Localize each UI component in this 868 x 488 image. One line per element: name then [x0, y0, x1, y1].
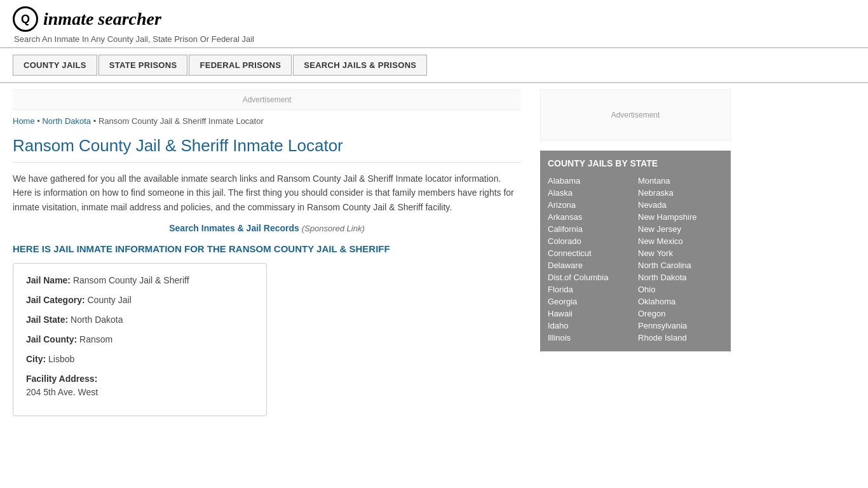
state-link-georgia[interactable]: Georgia — [548, 295, 633, 308]
state-link-rhode-island[interactable]: Rhode Island — [638, 332, 723, 344]
jail-state-value-text: North Dakota — [71, 315, 123, 325]
state-link-arkansas[interactable]: Arkansas — [548, 211, 633, 223]
jail-county-value-text: Ransom — [79, 334, 112, 344]
main-layout: Advertisement Home • North Dakota • Rans… — [0, 83, 868, 429]
search-link-container: Search Inmates & Jail Records (Sponsored… — [13, 223, 521, 233]
breadcrumb-sep2: • — [93, 116, 98, 126]
jail-state-row: Jail State: North Dakota — [26, 313, 254, 327]
jail-category-label: Jail Category: — [26, 295, 85, 305]
jail-state-label: Jail State: — [26, 315, 68, 325]
jail-address-label: Facility Address: — [26, 374, 97, 384]
jail-name-label: Jail Name: — [26, 275, 71, 285]
breadcrumb-state[interactable]: North Dakota — [42, 116, 91, 126]
state-link-new-jersey[interactable]: New Jersey — [638, 223, 723, 235]
state-link-california[interactable]: California — [548, 223, 633, 235]
logo-area: Q inmate searcher — [13, 6, 855, 32]
state-link-oregon[interactable]: Oregon — [638, 308, 723, 320]
page-description: We have gathered for you all the availab… — [13, 172, 521, 214]
tagline: Search An Inmate In Any County Jail, Sta… — [14, 34, 855, 44]
state-link-north-carolina[interactable]: North Carolina — [638, 259, 723, 271]
jail-address-value: 204 5th Ave. West — [26, 386, 254, 399]
county-jails-title: COUNTY JAILS BY STATE — [548, 158, 723, 168]
jail-info-box: Jail Name: Ransom County Jail & Sheriff … — [13, 263, 267, 416]
state-link-nevada[interactable]: Nevada — [638, 199, 723, 211]
state-link-alabama[interactable]: Alabama — [548, 175, 633, 187]
logo-icon: Q — [13, 6, 38, 32]
jail-county-label: Jail County: — [26, 334, 77, 344]
state-link-alaska[interactable]: Alaska — [548, 187, 633, 199]
main-content: Advertisement Home • North Dakota • Rans… — [13, 83, 534, 429]
search-inmates-link[interactable]: Search Inmates & Jail Records — [169, 223, 299, 233]
state-link-dist.of-columbia[interactable]: Dist.of Columbia — [548, 271, 633, 283]
jail-name-row: Jail Name: Ransom County Jail & Sheriff — [26, 274, 254, 287]
nav-state-prisons[interactable]: STATE PRISONS — [98, 55, 188, 76]
state-link-montana[interactable]: Montana — [638, 175, 723, 187]
sidebar-ad: Advertisement — [540, 90, 731, 140]
jail-city-value-text: Lisbob — [48, 354, 74, 364]
state-link-new-mexico[interactable]: New Mexico — [638, 235, 723, 247]
county-jails-by-state: COUNTY JAILS BY STATE AlabamaAlaskaArizo… — [540, 151, 731, 351]
jail-name-value-text: Ransom County Jail & Sheriff — [73, 275, 189, 285]
jail-county-row: Jail County: Ransom — [26, 333, 254, 346]
jail-city-row: City: Lisbob — [26, 353, 254, 366]
state-link-colorado[interactable]: Colorado — [548, 235, 633, 247]
state-link-arizona[interactable]: Arizona — [548, 199, 633, 211]
state-link-idaho[interactable]: Idaho — [548, 320, 633, 332]
sidebar-ad-label: Advertisement — [611, 111, 660, 119]
sponsored-text: (Sponsored Link) — [302, 224, 365, 233]
page-title: Ransom County Jail & Sheriff Inmate Loca… — [13, 136, 521, 163]
state-link-new-hampshire[interactable]: New Hampshire — [638, 211, 723, 223]
state-link-illinois[interactable]: Illinois — [548, 332, 633, 344]
states-col2: MontanaNebraskaNevadaNew HampshireNew Je… — [638, 175, 723, 344]
breadcrumb-home[interactable]: Home — [13, 116, 35, 126]
nav-federal-prisons[interactable]: FEDERAL PRISONS — [189, 55, 292, 76]
state-link-pennsylvania[interactable]: Pennsylvania — [638, 320, 723, 332]
header: Q inmate searcher Search An Inmate In An… — [0, 0, 868, 48]
jail-category-value-text: County Jail — [87, 295, 131, 305]
state-link-north-dakota[interactable]: North Dakota — [638, 271, 723, 283]
jail-category-row: Jail Category: County Jail — [26, 294, 254, 307]
state-link-new-york[interactable]: New York — [638, 247, 723, 259]
state-link-oklahoma[interactable]: Oklahoma — [638, 295, 723, 308]
states-col1: AlabamaAlaskaArizonaArkansasCaliforniaCo… — [548, 175, 633, 344]
ad-label: Advertisement — [243, 95, 292, 104]
info-heading: HERE IS JAIL INMATE INFORMATION FOR THE … — [13, 243, 521, 254]
state-link-nebraska[interactable]: Nebraska — [638, 187, 723, 199]
jail-address-row: Facility Address: 204 5th Ave. West — [26, 372, 254, 399]
state-link-florida[interactable]: Florida — [548, 283, 633, 295]
sidebar: Advertisement COUNTY JAILS BY STATE Alab… — [534, 83, 731, 429]
nav-search-jails[interactable]: SEARCH JAILS & PRISONS — [293, 55, 427, 76]
jail-city-label: City: — [26, 354, 46, 364]
state-link-delaware[interactable]: Delaware — [548, 259, 633, 271]
nav-county-jails[interactable]: COUNTY JAILS — [13, 55, 97, 76]
state-link-ohio[interactable]: Ohio — [638, 283, 723, 295]
nav-bar: COUNTY JAILS STATE PRISONS FEDERAL PRISO… — [0, 48, 868, 82]
state-link-connecticut[interactable]: Connecticut — [548, 247, 633, 259]
logo-text: inmate searcher — [43, 9, 161, 29]
breadcrumb: Home • North Dakota • Ransom County Jail… — [13, 116, 521, 126]
breadcrumb-current: Ransom County Jail & Sheriff Inmate Loca… — [98, 116, 264, 126]
state-link-hawaii[interactable]: Hawaii — [548, 308, 633, 320]
top-ad-banner: Advertisement — [13, 90, 521, 110]
state-grid: AlabamaAlaskaArizonaArkansasCaliforniaCo… — [548, 175, 723, 344]
